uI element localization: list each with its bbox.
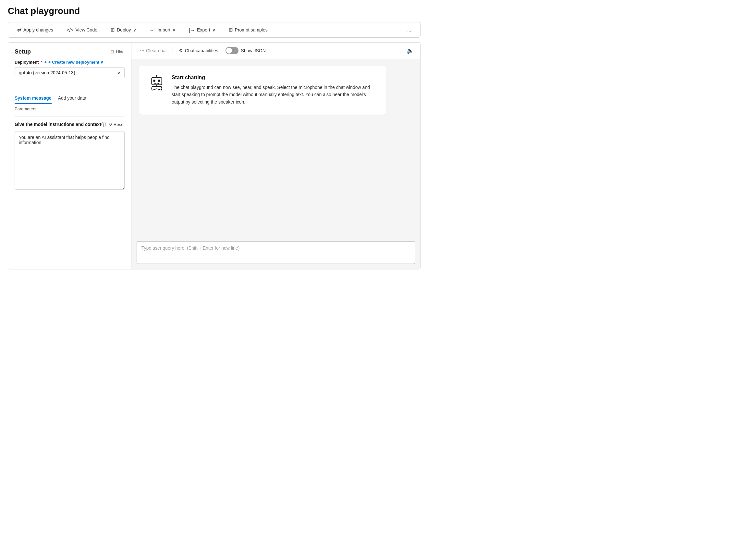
apply-changes-button[interactable]: ⇄ Apply changes xyxy=(13,25,57,35)
view-code-button[interactable]: </> View Code xyxy=(63,25,101,35)
show-json-toggle-group: Show JSON xyxy=(226,47,266,54)
divider-2 xyxy=(14,117,124,117)
chevron-down-icon: ∨ xyxy=(100,60,103,65)
tab-system-message[interactable]: System message xyxy=(14,93,52,104)
setup-header: Setup ⊡ Hide xyxy=(8,42,131,60)
deploy-icon: ⊞ xyxy=(111,27,115,33)
parameters-link[interactable]: Parameters xyxy=(14,104,124,113)
chat-panel: ✏ Clear chat ⚙ Chat capabilities Show JS… xyxy=(131,42,420,269)
show-json-toggle[interactable] xyxy=(226,47,238,54)
toolbar: ⇄ Apply changes </> View Code ⊞ Deploy ∨… xyxy=(8,22,420,38)
speaker-button[interactable]: 🔈 xyxy=(405,46,415,56)
setup-panel: Setup ⊡ Hide Deployment * + + Create new… xyxy=(8,42,131,269)
show-json-label: Show JSON xyxy=(241,48,266,53)
reset-icon: ↺ xyxy=(109,122,112,127)
start-chatting-card: Start chatting The chat playground can n… xyxy=(139,66,386,115)
instructions-textarea[interactable]: You are an AI assistant that helps peopl… xyxy=(14,131,124,189)
chat-capabilities-button[interactable]: ⚙ Chat capabilities xyxy=(176,46,222,55)
reset-button[interactable]: ↺ Reset xyxy=(109,122,124,127)
import-button[interactable]: →| Import ∨ xyxy=(146,25,180,35)
deploy-chevron-icon: ∨ xyxy=(133,27,136,33)
required-indicator: * xyxy=(40,60,42,65)
toolbar-divider-4 xyxy=(182,26,182,34)
instructions-header: Give the model instructions and context … xyxy=(14,122,124,128)
selector-chevron-icon: ∨ xyxy=(117,70,121,75)
toolbar-divider-1 xyxy=(60,26,60,34)
svg-rect-3 xyxy=(153,80,155,82)
toolbar-divider-5 xyxy=(222,26,222,34)
plus-icon: + xyxy=(44,60,47,65)
start-chatting-description: The chat playground can now see, hear, a… xyxy=(172,84,377,105)
deploy-button[interactable]: ⊞ Deploy ∨ xyxy=(107,25,140,35)
main-layout: Setup ⊡ Hide Deployment * + + Create new… xyxy=(8,42,420,269)
more-options-button[interactable]: ... xyxy=(403,25,415,34)
instructions-title: Give the model instructions and context xyxy=(14,122,101,128)
tabs-row: System message Add your data xyxy=(14,93,124,104)
export-icon: |→ xyxy=(189,27,195,33)
deployment-section: Deployment * + + Create new deployment ∨… xyxy=(14,60,124,78)
toolbar-divider-2 xyxy=(104,26,104,34)
chat-body: Start chatting The chat playground can n… xyxy=(131,59,420,237)
clear-icon: ✏ xyxy=(140,48,144,54)
code-icon: </> xyxy=(67,27,74,33)
chat-toolbar: ✏ Clear chat ⚙ Chat capabilities Show JS… xyxy=(131,42,420,59)
hide-button[interactable]: ⊡ Hide xyxy=(111,49,124,54)
svg-rect-4 xyxy=(158,80,160,82)
chat-toolbar-divider xyxy=(173,47,173,54)
setup-body: Deployment * + + Create new deployment ∨… xyxy=(8,60,131,269)
clear-chat-button[interactable]: ✏ Clear chat xyxy=(137,46,170,56)
svg-point-1 xyxy=(156,75,157,76)
divider-1 xyxy=(14,88,124,88)
export-button[interactable]: |→ Export ∨ xyxy=(185,25,219,35)
chat-input-area: Type user query here. (Shift + Enter for… xyxy=(131,237,420,269)
start-chat-content: Start chatting The chat playground can n… xyxy=(172,75,377,105)
refresh-icon: ⇄ xyxy=(17,27,21,33)
chat-input-box[interactable]: Type user query here. (Shift + Enter for… xyxy=(137,241,415,264)
chat-input-placeholder: Type user query here. (Shift + Enter for… xyxy=(142,245,410,251)
import-icon: →| xyxy=(149,27,156,33)
settings-icon: ⚙ xyxy=(179,48,183,53)
page-title: Chat playground xyxy=(8,6,420,16)
prompt-samples-icon: ⊞ xyxy=(229,27,233,33)
import-chevron-icon: ∨ xyxy=(172,27,176,33)
export-chevron-icon: ∨ xyxy=(212,27,215,33)
info-icon[interactable]: ⓘ xyxy=(101,122,106,127)
tab-add-your-data[interactable]: Add your data xyxy=(58,93,86,104)
prompt-samples-button[interactable]: ⊞ Prompt samples xyxy=(225,25,272,35)
create-new-deployment-link[interactable]: + + Create new deployment ∨ xyxy=(44,60,103,65)
hide-panel-icon: ⊡ xyxy=(111,49,114,54)
robot-icon xyxy=(148,75,165,92)
deployment-label-row: Deployment * + + Create new deployment ∨ xyxy=(14,60,124,65)
toolbar-divider-3 xyxy=(143,26,143,34)
setup-title: Setup xyxy=(14,48,31,55)
instructions-actions: ⓘ ↺ Reset xyxy=(101,122,124,127)
start-chatting-title: Start chatting xyxy=(172,75,377,80)
deployment-selector[interactable]: gpt-4o (version:2024-05-13) ∨ xyxy=(14,67,124,78)
speaker-icon: 🔈 xyxy=(407,47,414,54)
